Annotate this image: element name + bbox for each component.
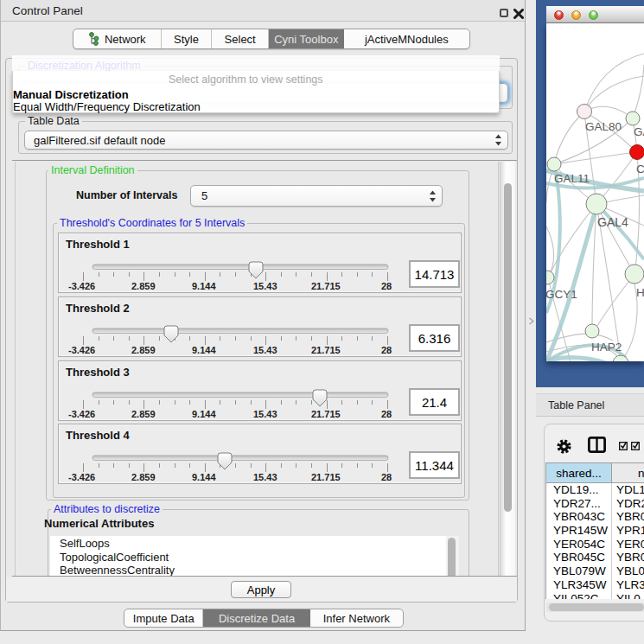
svg-text:GAL80: GAL80 — [585, 120, 622, 133]
svg-text:HIS4: HIS4 — [636, 286, 644, 299]
svg-text:HAP2: HAP2 — [591, 341, 622, 354]
svg-text:GAL3: GAL3 — [634, 125, 644, 138]
svg-text:GAL4: GAL4 — [597, 215, 628, 229]
svg-text:GAL11: GAL11 — [554, 172, 590, 185]
svg-text:CRP: CRP — [636, 163, 644, 175]
svg-text:GCY1: GCY1 — [546, 288, 577, 301]
